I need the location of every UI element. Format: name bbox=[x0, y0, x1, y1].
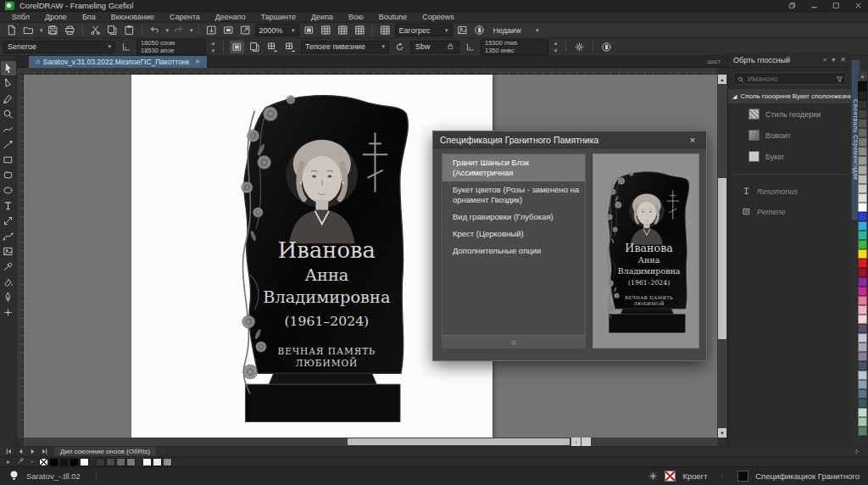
menu-item[interactable]: Вою bbox=[342, 13, 370, 21]
color-swatch[interactable] bbox=[858, 249, 867, 259]
outline-color-swatch[interactable] bbox=[737, 471, 748, 482]
color-swatch[interactable] bbox=[858, 137, 867, 147]
rotate-icon[interactable] bbox=[392, 41, 407, 53]
specification-item[interactable]: Гранит Шаньси Блэк (Ассиметричная bbox=[442, 154, 585, 181]
duplicate-button[interactable] bbox=[248, 41, 262, 53]
menu-item[interactable]: Таршинте bbox=[254, 13, 303, 21]
undo-button[interactable] bbox=[147, 24, 162, 36]
fullscreen-preview-button[interactable] bbox=[302, 24, 316, 36]
export-button[interactable] bbox=[221, 24, 236, 36]
eyedropper-tool[interactable] bbox=[1, 259, 16, 274]
previous-page-button[interactable] bbox=[15, 448, 25, 456]
color-swatch[interactable] bbox=[858, 91, 867, 100]
color-swatch[interactable] bbox=[858, 100, 867, 109]
color-swatch[interactable] bbox=[858, 287, 867, 296]
show-rulers-button[interactable] bbox=[319, 24, 333, 36]
vertical-scrollbar[interactable]: ▲ ▼ bbox=[717, 75, 727, 438]
color-swatch[interactable] bbox=[858, 184, 867, 193]
zoom-level-combo[interactable]: 2000% ▾ bbox=[255, 24, 299, 36]
shape-tool[interactable] bbox=[1, 76, 16, 91]
redraw-combo[interactable]: Недаиw ▾ bbox=[489, 24, 543, 36]
position-y-value[interactable]: 18530 апое bbox=[141, 47, 202, 54]
first-page-button[interactable] bbox=[3, 448, 14, 456]
scroll-up-button[interactable]: ▲ bbox=[718, 75, 726, 84]
color-swatch[interactable] bbox=[858, 324, 867, 333]
horizontal-ruler[interactable] bbox=[17, 68, 717, 75]
color-swatch[interactable] bbox=[858, 389, 867, 399]
publish-button[interactable] bbox=[238, 24, 253, 36]
color-swatch[interactable] bbox=[858, 315, 867, 324]
preset-combo[interactable]: Senerое ▾ bbox=[3, 41, 115, 53]
color-swatch[interactable] bbox=[858, 426, 867, 436]
document-color-swatch[interactable] bbox=[90, 458, 95, 466]
window-restore-icon[interactable] bbox=[787, 1, 797, 11]
specification-item[interactable]: Крест (Церковный) bbox=[442, 226, 585, 242]
add-tool[interactable] bbox=[1, 305, 16, 320]
document-color-swatch[interactable] bbox=[153, 458, 162, 466]
color-swatch[interactable] bbox=[858, 296, 867, 305]
document-color-swatch[interactable] bbox=[59, 458, 69, 466]
docker-item[interactable]: Вовоит bbox=[728, 125, 851, 146]
color-swatch[interactable] bbox=[858, 259, 867, 268]
ellipse-tool[interactable] bbox=[1, 183, 16, 198]
show-grid-button[interactable] bbox=[336, 24, 350, 36]
smudge-tool[interactable] bbox=[1, 92, 16, 106]
color-swatch[interactable] bbox=[858, 193, 867, 203]
window-close-icon[interactable] bbox=[853, 1, 863, 11]
filter-funnel-icon[interactable] bbox=[836, 71, 843, 86]
object-size-fields[interactable]: 15300 mws 1350 инвс bbox=[481, 39, 548, 55]
docker-close-icon[interactable]: ✕ bbox=[840, 56, 846, 64]
color-swatch[interactable] bbox=[858, 231, 867, 240]
menu-item[interactable]: Sпбл bbox=[5, 13, 36, 21]
next-page-button[interactable] bbox=[27, 448, 37, 456]
color-swatch[interactable] bbox=[858, 305, 867, 315]
drawing-scale-icon[interactable]: ⊹ bbox=[854, 448, 860, 455]
color-swatch[interactable] bbox=[858, 380, 867, 389]
snap-combo[interactable]: Еагогрес ▾ bbox=[395, 24, 453, 36]
window-minimize-icon[interactable] bbox=[809, 1, 819, 11]
document-color-swatch[interactable] bbox=[80, 458, 89, 466]
page-options-icon[interactable]: ⁘ bbox=[161, 449, 166, 455]
docker-collapse-icon[interactable]: ▾ bbox=[832, 56, 835, 64]
smart-fill-tool[interactable] bbox=[1, 275, 16, 289]
specification-item[interactable]: Букет цветов (Розы - заменено на орнамен… bbox=[442, 181, 585, 209]
docker-item[interactable]: Букег bbox=[728, 146, 851, 167]
last-page-button[interactable] bbox=[39, 448, 49, 456]
menu-item[interactable]: Деипа bbox=[304, 13, 340, 21]
document-color-swatch[interactable] bbox=[142, 458, 152, 466]
menu-item[interactable]: Дропе bbox=[38, 13, 74, 21]
save-button[interactable] bbox=[46, 24, 60, 36]
monument-artwork[interactable] bbox=[219, 87, 422, 426]
dimension-tool[interactable] bbox=[1, 214, 16, 228]
doc-palette-eyedropper-icon[interactable] bbox=[15, 457, 25, 466]
document-tab[interactable]: ⌂ Saratov_v.31.03.2022.МезпоеГІС_Пакотто… bbox=[29, 56, 207, 68]
vertical-ruler[interactable] bbox=[17, 75, 24, 438]
color-swatch[interactable] bbox=[858, 212, 867, 221]
bezier-tool[interactable] bbox=[1, 229, 16, 243]
color-swatch[interactable] bbox=[858, 156, 867, 165]
color-swatch[interactable] bbox=[858, 109, 867, 119]
copy-button[interactable] bbox=[105, 24, 120, 36]
color-swatch[interactable] bbox=[858, 119, 867, 128]
dialog-title-bar[interactable]: Спецификация Гранитного Памятника × bbox=[433, 131, 706, 148]
layout-a-button[interactable] bbox=[265, 41, 280, 53]
show-guidelines-button[interactable] bbox=[353, 24, 367, 36]
navigator-zoom-button[interactable] bbox=[581, 438, 591, 446]
redraw-icon[interactable] bbox=[472, 24, 487, 36]
menu-item[interactable]: Copeews bbox=[415, 13, 461, 21]
menu-item[interactable]: Деенапо bbox=[209, 13, 253, 21]
color-swatch[interactable] bbox=[858, 203, 867, 212]
fill-none-swatch[interactable] bbox=[665, 471, 676, 482]
document-color-swatch[interactable] bbox=[136, 458, 142, 466]
docker-extra-item[interactable]: Resomonus bbox=[728, 181, 851, 202]
menu-item[interactable]: Бпа bbox=[75, 13, 103, 21]
color-swatch[interactable] bbox=[858, 408, 867, 417]
color-swatch[interactable] bbox=[858, 352, 867, 361]
color-swatch[interactable] bbox=[858, 175, 867, 184]
open-button[interactable] bbox=[21, 24, 36, 36]
menu-item[interactable]: Сарента bbox=[163, 13, 207, 21]
docker-group-row[interactable]: ◢ Споль гооорння Вукег сполонжеачный bbox=[728, 89, 851, 103]
position-x-value[interactable]: 16050 соом bbox=[141, 39, 202, 47]
hscroll-thumb[interactable] bbox=[348, 438, 570, 445]
image-frame-tool[interactable] bbox=[1, 244, 16, 259]
